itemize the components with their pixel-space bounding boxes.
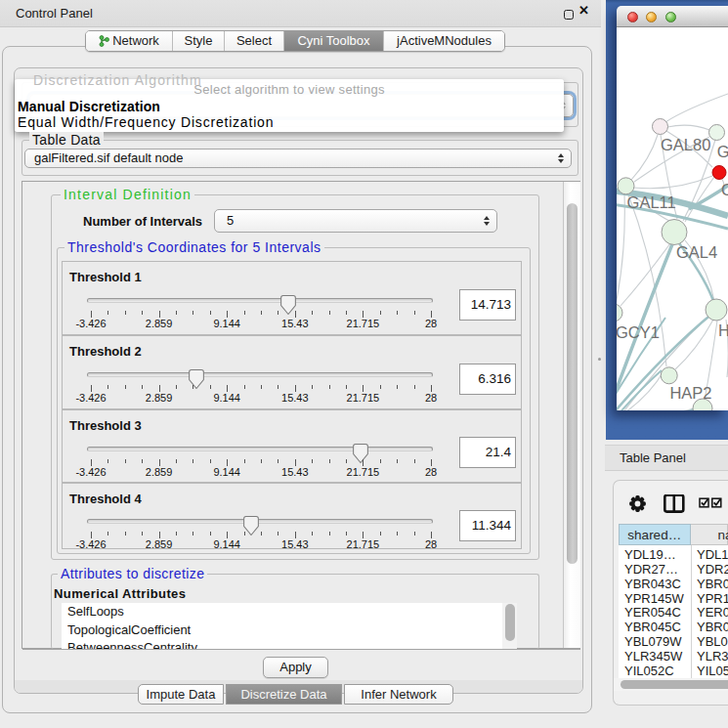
svg-text:GA: GA	[717, 143, 728, 160]
svg-text:HAP2: HAP2	[669, 384, 711, 402]
svg-text:GAL80: GAL80	[661, 136, 710, 153]
svg-text:GAL11: GAL11	[627, 193, 676, 211]
svg-text:GAL4: GAL4	[676, 243, 717, 261]
svg-text:GCY1: GCY1	[617, 323, 660, 341]
svg-text:C: C	[721, 181, 728, 198]
svg-text:H: H	[718, 321, 728, 339]
